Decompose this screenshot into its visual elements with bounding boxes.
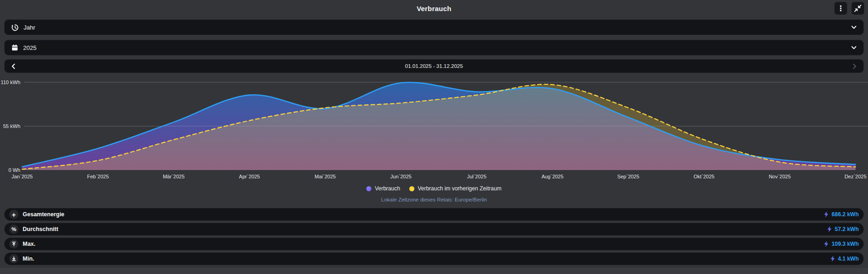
svg-text:Aug`2025: Aug`2025 [541,174,564,179]
chevron-down-icon [850,24,858,31]
svg-text:Sep`2025: Sep`2025 [617,174,639,179]
chevron-down-icon [850,44,858,52]
svg-text:Jan`2025: Jan`2025 [12,174,33,179]
previous-period-button[interactable] [5,60,23,73]
legend-label: Verbrauch [375,185,400,192]
percent-icon: % [9,225,18,234]
svg-text:Feb`2025: Feb`2025 [87,174,109,179]
svg-text:Nov`2025: Nov`2025 [769,174,791,179]
period-select-value: Jahr [24,24,35,31]
chart-area[interactable]: 0 Wh55 kWh110 kWhJan`2025Feb`2025Mär`202… [0,73,868,184]
svg-text:110 kWh: 110 kWh [0,79,20,85]
svg-text:Apr`2025: Apr`2025 [239,174,260,179]
year-select[interactable]: 2025 [4,40,864,55]
chart-legend: Verbrauch Verbrauch im vorherigen Zeitra… [0,185,868,192]
stat-label: Durchschnitt [23,226,58,232]
svg-text:Jul`2025: Jul`2025 [467,174,486,179]
page-title: Verbrauch [0,5,868,12]
stat-value: 109.3 kWh [832,241,859,247]
min-icon [9,254,18,263]
stat-value: 686.2 kWh [832,211,859,218]
lightning-bolt-icon [823,211,829,218]
max-icon [9,239,18,249]
svg-text:Jun`2025: Jun`2025 [390,174,412,179]
svg-text:0 Wh: 0 Wh [8,167,20,173]
consumption-chart[interactable]: 0 Wh55 kWh110 kWhJan`2025Feb`2025Mär`202… [0,73,868,184]
stat-value: 57.2 kWh [835,226,859,232]
svg-text:Mai`2025: Mai`2025 [315,174,336,179]
collapse-icon [854,5,862,12]
stat-row-average: % Durchschnitt 57.2 kWh [4,223,864,236]
lightning-bolt-icon [823,241,829,247]
current-series-dot-icon [366,186,371,191]
stat-label: Min. [23,256,34,262]
period-select[interactable]: Jahr [4,19,864,35]
svg-text:Mär`2025: Mär`2025 [163,174,184,179]
lightning-bolt-icon [826,226,832,232]
previous-series-dot-icon [409,186,414,191]
calendar-icon [11,44,18,51]
legend-item-previous[interactable]: Verbrauch im vorherigen Zeitraum [409,185,501,192]
stat-label: Gesamtenergie [23,211,64,218]
lightning-bolt-icon [830,256,836,262]
svg-text:Okt`2025: Okt`2025 [693,174,714,179]
stat-row-min: Min. 4.1 kWh [4,252,864,265]
history-icon [11,24,19,31]
svg-text:Dez`2025: Dez`2025 [844,174,867,179]
stat-row-total: + Gesamtenergie 686.2 kWh [4,208,864,221]
kebab-menu-button[interactable] [834,2,847,15]
widget-header: Verbrauch [0,0,868,18]
legend-label: Verbrauch im vorherigen Zeitraum [418,185,501,192]
stat-value: 4.1 kWh [838,256,859,262]
stat-label: Max. [23,241,36,247]
stat-row-max: Max. 109.3 kWh [4,237,864,250]
year-select-value: 2025 [23,44,36,51]
legend-item-current[interactable]: Verbrauch [366,185,400,192]
svg-text:55 kWh: 55 kWh [3,123,20,129]
collapse-button[interactable] [851,2,864,15]
bottom-divider [0,268,868,274]
kebab-menu-icon [837,5,844,12]
next-period-button[interactable] [845,60,863,73]
chevron-left-icon [10,63,17,70]
plus-icon: + [9,210,18,219]
date-range-label: 01.01.2025 - 31.12.2025 [405,63,463,69]
timezone-note: Lokale Zeitzone dieses Relais: Europe/Be… [0,197,868,202]
date-range-bar: 01.01.2025 - 31.12.2025 [4,59,864,73]
stats-list: + Gesamtenergie 686.2 kWh % Durchschnitt… [0,208,868,265]
chevron-right-icon [851,63,858,70]
